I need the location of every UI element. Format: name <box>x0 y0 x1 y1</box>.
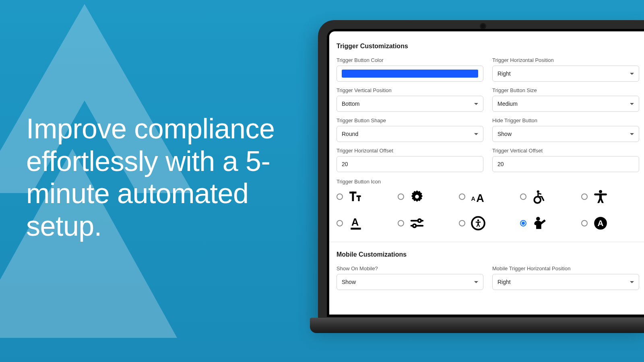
svg-point-10 <box>534 197 541 203</box>
input-vertical-offset[interactable]: 20 <box>492 156 639 172</box>
field-show-on-mobile: Show On Mobile? Show <box>336 265 483 290</box>
select-value: Show <box>342 279 356 285</box>
input-value: 20 <box>497 161 504 167</box>
icon-option-wheelchair[interactable] <box>520 189 574 205</box>
icon-option-person-circle[interactable] <box>459 215 513 231</box>
select-button-shape[interactable]: Round <box>336 126 483 142</box>
label-hide-trigger: Hide Trigger Button <box>492 117 639 123</box>
svg-rect-5 <box>358 195 360 201</box>
chevron-down-icon <box>474 133 478 135</box>
chevron-down-icon <box>630 73 634 75</box>
mobile-section-title: Mobile Customizations <box>336 251 639 258</box>
svg-text:A: A <box>471 195 475 202</box>
label-button-shape: Trigger Button Shape <box>336 117 483 123</box>
chevron-down-icon <box>630 103 634 105</box>
svg-text:A: A <box>476 192 484 204</box>
icon-option-a-badge[interactable]: A <box>581 215 635 231</box>
marketing-headline: Improve compliance effortlessly with a 5… <box>26 113 320 242</box>
chevron-down-icon <box>630 133 634 135</box>
mobile-fields-grid: Show On Mobile? Show Mobile Trigger Hori… <box>336 265 639 290</box>
section-divider <box>329 242 644 242</box>
icon-option-text-size[interactable] <box>336 189 390 205</box>
svg-point-11 <box>599 190 602 193</box>
radio-icon-hand-raised[interactable] <box>520 220 526 226</box>
field-trigger-color: Trigger Button Color <box>336 57 483 82</box>
person-circle-icon <box>470 215 486 231</box>
chevron-down-icon <box>474 281 478 283</box>
svg-rect-3 <box>352 191 354 201</box>
radio-icon-accessibility-body[interactable] <box>581 193 588 200</box>
radio-icon-person-circle[interactable] <box>459 220 465 226</box>
settings-panel: Trigger Customizations Trigger Button Co… <box>329 31 644 290</box>
svg-rect-13 <box>599 193 602 199</box>
select-value: Bottom <box>342 101 359 107</box>
color-picker[interactable] <box>336 66 483 82</box>
label-mobile-horizontal: Mobile Trigger Horizontal Position <box>492 265 639 272</box>
text-size-icon <box>348 189 364 205</box>
radio-icon-wheelchair[interactable] <box>520 193 526 200</box>
label-vertical-position: Trigger Vertical Position <box>336 87 483 93</box>
laptop-base <box>310 318 644 333</box>
label-vertical-offset: Trigger Vertical Offset <box>492 148 639 154</box>
select-value: Right <box>497 70 511 77</box>
icon-option-hand-raised[interactable] <box>520 215 574 231</box>
select-button-size[interactable]: Medium <box>492 96 639 112</box>
laptop-frame: Trigger Customizations Trigger Button Co… <box>318 20 644 326</box>
field-button-size: Trigger Button Size Medium <box>492 87 639 112</box>
radio-icon-sliders[interactable] <box>398 220 404 226</box>
label-horizontal-offset: Trigger Horizontal Offset <box>336 148 483 154</box>
laptop-camera <box>481 24 485 28</box>
a-badge-icon: A <box>592 215 609 231</box>
select-show-on-mobile[interactable]: Show <box>336 274 483 290</box>
svg-text:A: A <box>351 216 359 228</box>
icon-option-font-scale[interactable]: AA <box>459 189 513 205</box>
gear-icon <box>409 189 425 205</box>
radio-icon-gear[interactable] <box>398 193 404 200</box>
svg-rect-15 <box>351 228 361 230</box>
icon-option-gear[interactable] <box>398 189 452 205</box>
select-hide-trigger[interactable]: Show <box>492 126 639 142</box>
radio-icon-underline-a[interactable] <box>336 220 343 226</box>
svg-point-21 <box>477 220 479 222</box>
chevron-down-icon <box>630 281 634 283</box>
input-horizontal-offset[interactable]: 20 <box>336 156 483 172</box>
sliders-icon <box>409 215 425 231</box>
icon-option-sliders[interactable] <box>398 215 452 231</box>
accessibility-body-icon <box>592 189 609 205</box>
icon-option-grid: AA <box>336 189 639 231</box>
wheelchair-icon <box>531 189 547 205</box>
hand-raised-icon <box>531 215 547 231</box>
laptop-bezel: Trigger Customizations Trigger Button Co… <box>327 29 644 317</box>
radio-icon-a-badge[interactable] <box>581 220 588 226</box>
label-button-size: Trigger Button Size <box>492 87 639 93</box>
field-vertical-position: Trigger Vertical Position Bottom <box>336 87 483 112</box>
label-trigger-icon: Trigger Button Icon <box>336 179 639 185</box>
field-horizontal-offset: Trigger Horizontal Offset 20 <box>336 148 483 172</box>
app-screen: Trigger Customizations Trigger Button Co… <box>329 31 644 315</box>
svg-point-19 <box>413 224 416 227</box>
field-button-shape: Trigger Button Shape Round <box>336 117 483 142</box>
svg-point-9 <box>537 190 539 193</box>
label-show-on-mobile: Show On Mobile? <box>336 265 483 272</box>
color-swatch <box>342 70 478 78</box>
field-vertical-offset: Trigger Vertical Offset 20 <box>492 148 639 172</box>
field-mobile-horizontal: Mobile Trigger Horizontal Position Right <box>492 265 639 290</box>
field-horizontal-position: Trigger Horizontal Position Right <box>492 57 639 82</box>
icon-option-accessibility-body[interactable] <box>581 189 635 205</box>
trigger-section-title: Trigger Customizations <box>336 43 639 50</box>
select-horizontal-position[interactable]: Right <box>492 66 639 82</box>
chevron-down-icon <box>474 103 478 105</box>
label-trigger-color: Trigger Button Color <box>336 57 483 63</box>
marketing-stage: Improve compliance effortlessly with a 5… <box>0 0 644 362</box>
font-scale-icon: AA <box>470 189 486 205</box>
underline-a-icon: A <box>348 215 364 231</box>
svg-point-24 <box>536 217 540 221</box>
icon-option-underline-a[interactable]: A <box>336 215 390 231</box>
input-value: 20 <box>342 161 348 167</box>
svg-text:A: A <box>598 218 604 228</box>
select-mobile-horizontal[interactable]: Right <box>492 274 639 290</box>
radio-icon-text-size[interactable] <box>336 193 343 200</box>
select-value: Medium <box>497 101 518 107</box>
select-vertical-position[interactable]: Bottom <box>336 96 483 112</box>
radio-icon-font-scale[interactable] <box>459 193 465 200</box>
